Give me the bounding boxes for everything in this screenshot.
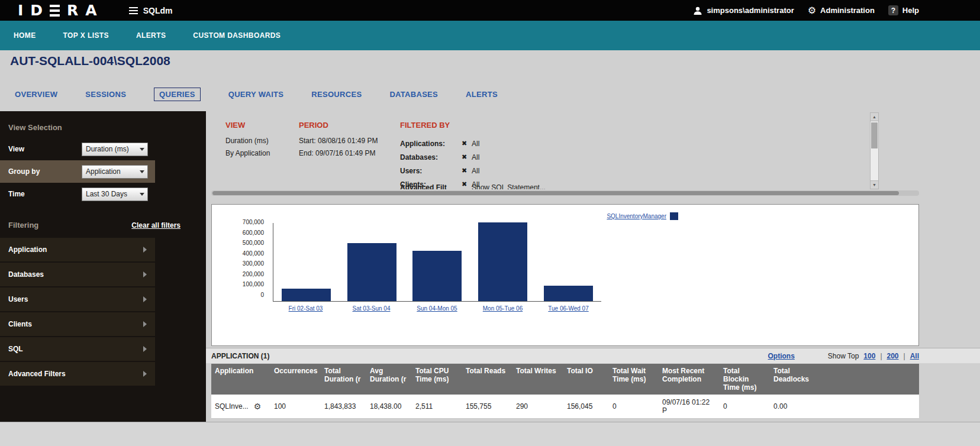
cell-value: 155,755 (466, 402, 491, 411)
chevron-right-icon (143, 272, 147, 277)
horizontal-scrollbar[interactable] (211, 190, 919, 196)
filtered-by-summary: FILTERED BY Applications:✖AllDatabases:✖… (400, 121, 479, 189)
nav-item-alerts[interactable]: ALERTS (136, 31, 166, 40)
tab-resources[interactable]: RESOURCES (311, 88, 362, 101)
bar-tue-06-wed-07[interactable] (544, 286, 593, 301)
chevron-down-icon (140, 193, 144, 196)
sidebar-filter-databases[interactable]: Databases (0, 263, 155, 286)
idera-logo: I D R A (18, 2, 104, 19)
column-header-total-io: Total IO (563, 364, 609, 395)
user-menu[interactable]: simpsons\administrator (693, 6, 794, 15)
bar-sat-03-sun-04[interactable] (347, 243, 396, 301)
view-selection-title: View Selection (8, 123, 206, 132)
bar-sun-04-mon-05[interactable] (412, 251, 462, 301)
tab-queries[interactable]: QUERIES (154, 88, 201, 101)
filter-label: Advanced Filters (8, 370, 66, 378)
horizontal-scroll-thumb[interactable] (212, 191, 899, 195)
bar-group (536, 286, 601, 301)
help-label: Help (902, 6, 919, 15)
time-label: Time (8, 190, 82, 198)
y-tick-label: 600,000 (212, 230, 264, 236)
group-by-row: Group by Application (0, 160, 155, 183)
sidebar-filter-users[interactable]: Users (0, 287, 155, 311)
x-axis-label[interactable]: Tue 06-Wed 07 (536, 305, 601, 312)
table-cell: 1,843,833 (321, 395, 366, 418)
logo-letter: D (30, 2, 44, 19)
table-row[interactable]: SQLInve...⚙1001,843,83318,438.002,511155… (211, 395, 919, 419)
column-header-total-duration-r: Total Duration (r (321, 364, 366, 395)
y-tick-label: 400,000 (212, 251, 264, 257)
column-header-total-cpu-time-ms: Total CPU Time (ms) (412, 364, 462, 395)
tab-databases[interactable]: DATABASES (389, 88, 438, 101)
sidebar-filter-advanced-filters[interactable]: Advanced Filters (0, 362, 155, 386)
options-link[interactable]: Options (768, 352, 795, 360)
x-axis-label[interactable]: Sun 04-Mon 05 (404, 305, 470, 312)
table-cell: 0 (609, 395, 659, 418)
chevron-right-icon (143, 346, 147, 352)
filter-label: Databases (8, 270, 44, 279)
filtered-by-title: FILTERED BY (400, 121, 479, 130)
tab-overview[interactable]: OVERVIEW (15, 88, 57, 101)
legend-series-link[interactable]: SQLInventoryManager (607, 213, 666, 219)
cell-value: 1,843,833 (324, 402, 356, 411)
filter-name: Applications: (400, 140, 462, 148)
period-summary-title: PERIOD (299, 121, 378, 130)
user-icon (693, 7, 702, 15)
nav-item-home[interactable]: HOME (14, 31, 36, 40)
administration-menu[interactable]: ⚙ Administration (808, 6, 875, 15)
scroll-down-button[interactable]: ▼ (871, 180, 878, 189)
logo-letter: I (18, 2, 24, 19)
column-header-total-reads: Total Reads (462, 364, 512, 395)
separator: | (880, 352, 882, 360)
x-axis-label[interactable]: Sat 03-Sun 04 (339, 305, 404, 312)
show-top-100-link[interactable]: 100 (863, 352, 875, 360)
y-axis-tick-labels: 700,000600,000500,000400,000300,000200,0… (212, 219, 264, 298)
column-header-avg-duration-r: Avg Duration (r (366, 364, 412, 395)
column-header-application: Application (211, 364, 270, 395)
table-cell: 290 (512, 395, 563, 418)
topbar: I D R A SQLdm simpsons\administrator ⚙ A… (0, 0, 980, 21)
chevron-down-icon (140, 170, 144, 173)
hamburger-menu-icon[interactable] (129, 7, 138, 14)
filter-name: Users: (400, 167, 462, 175)
sidebar-filter-sql[interactable]: SQL (0, 337, 155, 361)
remove-filter-icon[interactable]: ✖ (462, 153, 472, 161)
tab-sessions[interactable]: SESSIONS (85, 88, 126, 101)
vertical-scroll-thumb[interactable] (871, 122, 878, 148)
show-top-200-link[interactable]: 200 (887, 352, 899, 360)
period-summary: PERIOD Start: 08/08/16 01:49 PM End: 09/… (299, 121, 378, 161)
bar-chart-panel: SQLInventoryManager 700,000600,000500,00… (211, 204, 919, 346)
chart-plot-area (273, 223, 601, 302)
table-cell-filler (819, 395, 919, 418)
view-dropdown-value: Duration (ms) (86, 145, 129, 153)
tab-alerts[interactable]: ALERTS (466, 88, 498, 101)
column-header-total-blockin-time-ms: Total Blockin Time (ms) (720, 364, 770, 395)
bar-fri-02-sat-03[interactable] (282, 289, 331, 301)
table-cell: 0.00 (770, 395, 819, 418)
y-tick-label: 100,000 (212, 282, 264, 287)
y-tick-label: 0 (212, 292, 264, 298)
nav-item-custom-dashboards[interactable]: CUSTOM DASHBOARDS (193, 31, 281, 40)
remove-filter-icon[interactable]: ✖ (462, 140, 472, 147)
show-top-all-link[interactable]: All (910, 352, 919, 360)
row-actions-gear-icon[interactable]: ⚙ (254, 402, 262, 411)
nav-item-top-x-lists[interactable]: TOP X LISTS (63, 31, 109, 40)
bar-mon-05-tue-06[interactable] (478, 222, 527, 301)
scroll-up-button[interactable]: ▲ (871, 113, 878, 121)
x-axis-label[interactable]: Fri 02-Sat 03 (273, 305, 339, 312)
help-menu[interactable]: ? Help (888, 5, 919, 15)
info-vertical-scrollbar[interactable]: ▲ ▼ (870, 112, 879, 189)
filter-label: Application (8, 245, 47, 254)
user-name: simpsons\administrator (707, 6, 794, 15)
x-axis-label[interactable]: Mon 05-Tue 06 (470, 305, 536, 312)
remove-filter-icon[interactable]: ✖ (462, 167, 472, 174)
time-dropdown[interactable]: Last 30 Days (82, 188, 148, 201)
cell-value: 0 (723, 402, 727, 411)
group-by-dropdown[interactable]: Application (82, 165, 148, 179)
clear-all-filters-link[interactable]: Clear all filters (131, 221, 180, 230)
sidebar-filter-clients[interactable]: Clients (0, 312, 155, 336)
view-dropdown[interactable]: Duration (ms) (82, 143, 148, 156)
sidebar-filter-application[interactable]: Application (0, 238, 155, 261)
tab-query-waits[interactable]: QUERY WAITS (228, 88, 284, 101)
bar-group (339, 243, 405, 301)
